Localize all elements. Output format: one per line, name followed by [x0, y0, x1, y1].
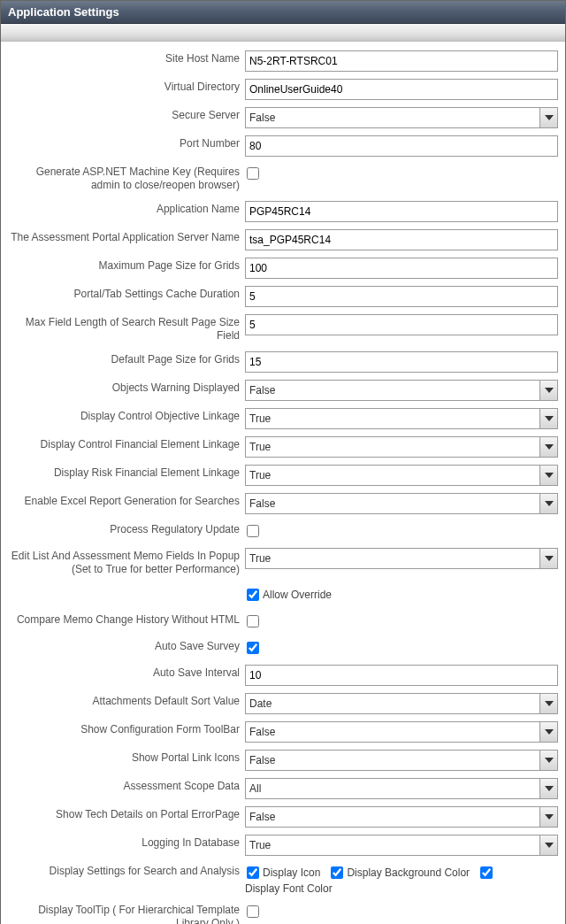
display-icon-checkbox[interactable]	[247, 866, 259, 879]
max-field-len-input[interactable]	[245, 314, 558, 335]
chevron-down-icon	[539, 381, 557, 400]
edit-memo-popup-select[interactable]: True	[245, 548, 558, 569]
auto-save-survey-label: Auto Save Survey	[3, 636, 243, 657]
display-fontcolor-label: Display Font Color	[245, 882, 333, 895]
application-name-input[interactable]	[245, 201, 558, 222]
compare-memo-label: Compare Memo Change History Without HTML	[3, 610, 243, 630]
disp-risk-fin-link-select[interactable]: True	[245, 465, 558, 486]
max-page-size-grids-input[interactable]	[245, 258, 558, 279]
disp-ctrl-obj-link-value: True	[249, 412, 271, 425]
show-portal-icons-label: Show Portal Link Icons	[3, 748, 243, 768]
allow-override-spacer	[3, 583, 243, 590]
assess-scope-data-select[interactable]: All	[245, 778, 558, 799]
default-page-size-label: Default Page Size for Grids	[3, 350, 243, 370]
disp-ctrl-fin-link-label: Display Control Financial Element Linkag…	[3, 435, 243, 455]
objects-warning-value: False	[249, 384, 275, 397]
show-tech-error-select[interactable]: False	[245, 806, 558, 828]
tooltip-hier-label: Display ToolTip ( For Hierarchical Templ…	[3, 900, 243, 924]
chevron-down-icon	[539, 807, 557, 827]
disp-ctrl-fin-link-select[interactable]: True	[245, 436, 558, 458]
show-cfg-toolbar-value: False	[249, 726, 275, 738]
auto-save-interval-input[interactable]	[245, 665, 558, 686]
objects-warning-label: Objects Warning Displayed	[3, 378, 243, 398]
attach-sort-label: Attachments Default Sort Value	[3, 691, 243, 712]
chevron-down-icon	[539, 549, 557, 568]
cache-duration-label: Portal/Tab Settings Cache Duration	[3, 284, 243, 304]
assess-scope-data-value: All	[249, 782, 261, 795]
chevron-down-icon	[539, 751, 557, 770]
logging-db-select[interactable]: True	[245, 835, 558, 856]
port-number-label: Port Number	[3, 134, 243, 154]
chevron-down-icon	[539, 437, 557, 457]
edit-memo-popup-label: Edit List And Assessment Memo Fields In …	[3, 546, 243, 580]
toolbar-stripe	[1, 24, 565, 42]
cache-duration-input[interactable]	[245, 286, 558, 307]
settings-form: Site Host Name Virtual Directory Secure …	[1, 42, 565, 924]
excel-report-label: Enable Excel Report Generation for Searc…	[3, 491, 243, 512]
allow-override-checkbox[interactable]	[247, 589, 259, 601]
display-fontcolor-checkbox[interactable]	[480, 866, 493, 879]
show-tech-error-label: Show Tech Details on Portal ErrorPage	[3, 805, 243, 825]
portal-app-server-label: The Assessment Portal Application Server…	[3, 227, 243, 248]
gen-machine-key-label: Generate ASP.NET Machine Key (Requires a…	[3, 162, 243, 196]
display-bgcolor-label: Display Background Color	[347, 866, 470, 879]
show-portal-icons-value: False	[249, 754, 275, 766]
disp-risk-fin-link-value: True	[249, 469, 271, 481]
virtual-directory-label: Virtual Directory	[3, 77, 243, 97]
logging-db-label: Logging In Database	[3, 833, 243, 853]
compare-memo-checkbox[interactable]	[247, 615, 259, 628]
allow-override-label: Allow Override	[263, 589, 332, 601]
default-page-size-input[interactable]	[245, 351, 558, 373]
show-cfg-toolbar-select[interactable]: False	[245, 721, 558, 743]
auto-save-survey-checkbox[interactable]	[247, 642, 259, 654]
disp-risk-fin-link-label: Display Risk Financial Element Linkage	[3, 463, 243, 483]
application-name-label: Application Name	[3, 199, 243, 219]
secure-server-select[interactable]: False	[245, 107, 558, 128]
attach-sort-value: Date	[249, 697, 272, 710]
show-portal-icons-select[interactable]: False	[245, 750, 558, 771]
attach-sort-select[interactable]: Date	[245, 693, 558, 714]
chevron-down-icon	[539, 494, 557, 513]
logging-db-value: True	[249, 839, 271, 851]
show-cfg-toolbar-label: Show Configuration Form ToolBar	[3, 720, 243, 740]
portal-app-server-input[interactable]	[245, 229, 558, 250]
secure-server-value: False	[249, 112, 275, 124]
site-host-name-input[interactable]	[245, 50, 558, 72]
chevron-down-icon	[539, 466, 557, 485]
virtual-directory-input[interactable]	[245, 79, 558, 100]
disp-search-analysis-label: Display Settings for Search and Analysis	[3, 861, 243, 882]
port-number-input[interactable]	[245, 135, 558, 157]
chevron-down-icon	[539, 694, 557, 713]
edit-memo-popup-value: True	[249, 552, 271, 565]
site-host-name-label: Site Host Name	[3, 49, 243, 69]
show-tech-error-value: False	[249, 811, 275, 823]
max-page-size-grids-label: Maximum Page Size for Grids	[3, 256, 243, 276]
disp-ctrl-obj-link-label: Display Control Objective Linkage	[3, 406, 243, 427]
excel-report-select[interactable]: False	[245, 493, 558, 514]
chevron-down-icon	[539, 779, 557, 798]
excel-report-value: False	[249, 497, 275, 510]
chevron-down-icon	[539, 835, 557, 855]
objects-warning-select[interactable]: False	[245, 380, 558, 401]
disp-ctrl-obj-link-select[interactable]: True	[245, 408, 558, 429]
chevron-down-icon	[539, 108, 557, 127]
page-title: Application Settings	[1, 1, 565, 24]
process-reg-update-checkbox[interactable]	[247, 525, 259, 537]
process-reg-update-label: Process Regulatory Update	[3, 520, 243, 540]
max-field-len-label: Max Field Length of Search Result Page S…	[3, 312, 243, 346]
display-bgcolor-checkbox[interactable]	[331, 866, 343, 879]
disp-ctrl-fin-link-value: True	[249, 441, 271, 453]
secure-server-label: Secure Server	[3, 105, 243, 126]
assess-scope-data-label: Assessment Scope Data	[3, 776, 243, 797]
chevron-down-icon	[539, 722, 557, 742]
gen-machine-key-checkbox[interactable]	[247, 167, 259, 180]
auto-save-interval-label: Auto Save Interval	[3, 663, 243, 683]
chevron-down-icon	[539, 409, 557, 428]
tooltip-hier-checkbox[interactable]	[247, 905, 259, 918]
display-icon-label: Display Icon	[263, 866, 320, 879]
